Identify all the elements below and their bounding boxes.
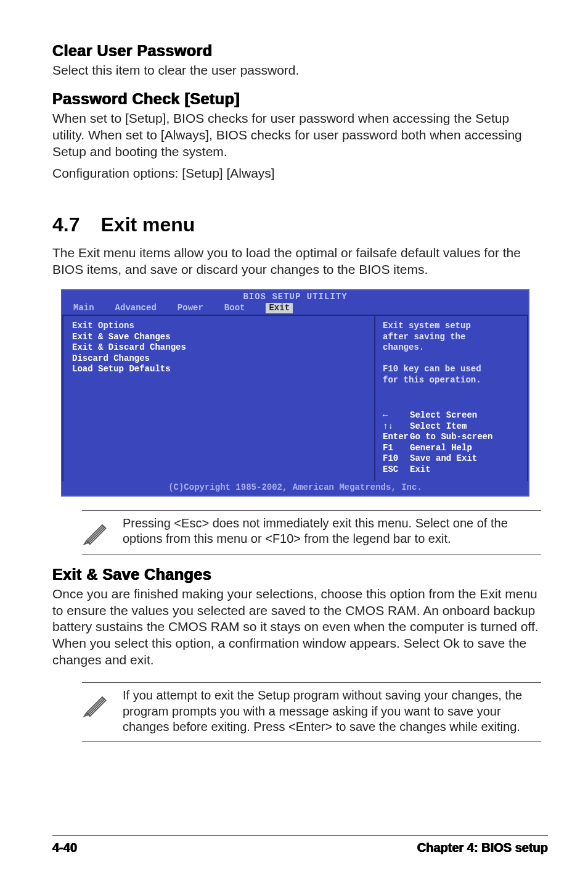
key-desc: Select Item	[410, 421, 467, 431]
note-box-1: Pressing <Esc> does not immediately exit…	[82, 510, 541, 555]
chapter-title: Exit menu	[100, 213, 195, 236]
key-desc: General Help	[410, 443, 472, 453]
svg-line-2	[89, 699, 105, 716]
key-updown-arrow-icon: ↑↓	[383, 421, 410, 432]
heading-clear-user-password: Clear User Password	[52, 42, 545, 60]
body-clear-user-password: Select this item to clear the user passw…	[52, 62, 545, 79]
bios-help-line: F10 key can be used	[383, 364, 521, 375]
footer-page-number: 4-40	[52, 841, 77, 855]
svg-line-0	[89, 527, 105, 543]
chapter-number: 4.7	[52, 213, 80, 236]
page-footer: 4-40 Chapter 4: BIOS setup	[52, 835, 548, 855]
pencil-note-icon	[82, 688, 109, 720]
bios-tab-main: Main	[73, 303, 94, 314]
key-desc: Save and Exit	[410, 453, 477, 463]
bios-right-pane: Exit system setup after saving the chang…	[374, 315, 528, 481]
key-esc: ESC	[383, 464, 410, 476]
bios-tab-boot: Boot	[224, 303, 245, 314]
bios-left-pane: Exit Options Exit & Save Changes Exit & …	[62, 315, 374, 481]
body-exit-save-changes: Once you are finished making your select…	[52, 586, 545, 669]
key-desc: Exit	[410, 464, 431, 474]
bios-title: BIOS SETUP UTILITY	[62, 291, 528, 303]
bios-tab-power: Power	[178, 303, 203, 314]
bios-footer: (C)Copyright 1985-2002, American Megatre…	[62, 481, 528, 495]
bios-item-exit-discard: Exit & Discard Changes	[72, 342, 368, 353]
note-text-2: If you attempt to exit the Setup program…	[123, 688, 537, 735]
bios-screenshot: BIOS SETUP UTILITY Main Advanced Power B…	[52, 289, 545, 497]
bios-tab-exit: Exit	[266, 303, 293, 314]
bios-help-line: after saving the	[383, 332, 521, 343]
key-f10: F10	[383, 453, 410, 464]
bios-tab-advanced: Advanced	[115, 303, 157, 314]
footer-chapter: Chapter 4: BIOS setup	[417, 841, 548, 855]
bios-item-discard: Discard Changes	[72, 353, 368, 365]
bios-help-line	[383, 353, 521, 365]
bios-key-legend: ←Select Screen ↑↓Select Item EnterGo to …	[383, 410, 521, 475]
key-f1: F1	[383, 443, 410, 454]
body-password-check-1: When set to [Setup], BIOS checks for use…	[52, 110, 545, 160]
body-exit-menu-intro: The Exit menu items allow you to load th…	[52, 245, 545, 278]
note-box-2: If you attempt to exit the Setup program…	[82, 682, 541, 742]
note-text-1: Pressing <Esc> does not immediately exit…	[123, 516, 537, 547]
key-enter: Enter	[383, 432, 410, 443]
bios-left-header: Exit Options	[72, 321, 368, 332]
bios-item-exit-save: Exit & Save Changes	[72, 332, 368, 343]
bios-item-load-defaults: Load Setup Defaults	[72, 364, 368, 375]
bios-help-line: changes.	[383, 342, 521, 353]
svg-line-3	[88, 698, 104, 714]
heading-exit-save-changes: Exit & Save Changes	[52, 566, 545, 584]
svg-line-1	[88, 526, 104, 542]
heading-password-check: Password Check [Setup]	[52, 90, 545, 108]
key-desc: Select Screen	[410, 410, 477, 420]
bios-help-line: Exit system setup	[383, 321, 521, 332]
key-desc: Go to Sub-screen	[410, 432, 492, 442]
heading-exit-menu: 4.7Exit menu	[52, 213, 545, 236]
key-left-arrow-icon: ←	[383, 410, 410, 421]
bios-tab-bar: Main Advanced Power Boot Exit	[62, 303, 528, 315]
bios-help-line: for this operation.	[383, 375, 521, 386]
body-password-check-2: Configuration options: [Setup] [Always]	[52, 165, 545, 182]
pencil-note-icon	[82, 516, 109, 548]
